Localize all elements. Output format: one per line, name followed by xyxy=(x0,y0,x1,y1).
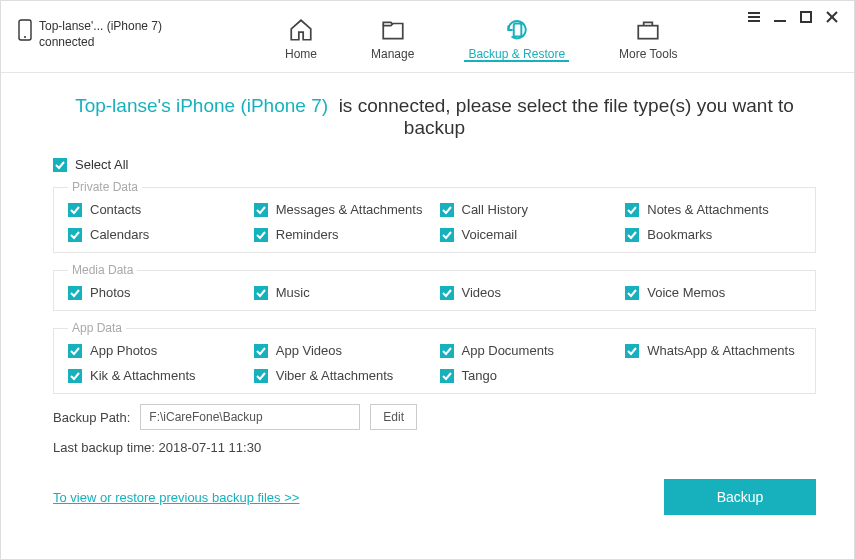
tab-home[interactable]: Home xyxy=(285,9,317,61)
media-data-legend: Media Data xyxy=(68,263,137,277)
device-status: connected xyxy=(39,35,162,51)
filetype-checkbox[interactable] xyxy=(254,228,268,242)
app-data-group: App Data App PhotosApp VideosApp Documen… xyxy=(53,321,816,394)
filetype-item: Tango xyxy=(440,368,616,383)
filetype-item: Messages & Attachments xyxy=(254,202,430,217)
filetype-label[interactable]: Voice Memos xyxy=(647,285,725,300)
select-all-row: Select All xyxy=(53,157,816,172)
tab-backup-label: Backup & Restore xyxy=(468,47,565,61)
filetype-label[interactable]: Photos xyxy=(90,285,130,300)
footer: To view or restore previous backup files… xyxy=(53,479,816,515)
filetype-item: App Documents xyxy=(440,343,616,358)
filetype-item: Notes & Attachments xyxy=(625,202,801,217)
private-data-legend: Private Data xyxy=(68,180,142,194)
filetype-label[interactable]: Contacts xyxy=(90,202,141,217)
private-data-group: Private Data ContactsMessages & Attachme… xyxy=(53,180,816,253)
filetype-checkbox[interactable] xyxy=(625,286,639,300)
backup-button[interactable]: Backup xyxy=(664,479,816,515)
tab-backup-restore[interactable]: Backup & Restore xyxy=(468,9,565,61)
headline: Top-lanse's iPhone (iPhone 7) is connect… xyxy=(53,95,816,139)
filetype-label[interactable]: Notes & Attachments xyxy=(647,202,768,217)
filetype-checkbox[interactable] xyxy=(68,228,82,242)
backup-path-label: Backup Path: xyxy=(53,410,130,425)
filetype-checkbox[interactable] xyxy=(254,286,268,300)
headline-text-1: is connected, please select the file typ… xyxy=(339,95,794,116)
media-data-group: Media Data PhotosMusicVideosVoice Memos xyxy=(53,263,816,311)
app-window: Top-lanse'... (iPhone 7) connected Home … xyxy=(0,0,855,560)
filetype-label[interactable]: Call History xyxy=(462,202,528,217)
filetype-checkbox[interactable] xyxy=(625,203,639,217)
svg-rect-3 xyxy=(639,26,659,39)
filetype-item: App Videos xyxy=(254,343,430,358)
filetype-label[interactable]: Voicemail xyxy=(462,227,518,242)
filetype-item: Contacts xyxy=(68,202,244,217)
headline-text-2: backup xyxy=(404,117,465,138)
filetype-label[interactable]: App Photos xyxy=(90,343,157,358)
edit-button[interactable]: Edit xyxy=(370,404,417,430)
filetype-label[interactable]: Videos xyxy=(462,285,502,300)
tab-more-tools-label: More Tools xyxy=(619,47,677,61)
filetype-item: Voice Memos xyxy=(625,285,801,300)
filetype-label[interactable]: Messages & Attachments xyxy=(276,202,423,217)
filetype-label[interactable]: App Videos xyxy=(276,343,342,358)
filetype-label[interactable]: Music xyxy=(276,285,310,300)
app-data-grid: App PhotosApp VideosApp DocumentsWhatsAp… xyxy=(68,343,801,383)
filetype-label[interactable]: Viber & Attachments xyxy=(276,368,394,383)
filetype-item: Voicemail xyxy=(440,227,616,242)
svg-point-1 xyxy=(24,36,26,38)
headline-device: Top-lanse's iPhone (iPhone 7) xyxy=(75,95,328,116)
filetype-label[interactable]: Tango xyxy=(462,368,497,383)
tab-more-tools[interactable]: More Tools xyxy=(619,9,677,61)
minimize-icon[interactable] xyxy=(772,9,788,25)
tabs: Home Manage Backup & Restore More Tools xyxy=(197,9,838,61)
device-info: Top-lanse'... (iPhone 7) connected xyxy=(17,9,197,50)
device-name: Top-lanse'... (iPhone 7) xyxy=(39,19,162,35)
maximize-icon[interactable] xyxy=(798,9,814,25)
filetype-label[interactable]: Calendars xyxy=(90,227,149,242)
menu-icon[interactable] xyxy=(746,9,762,25)
select-all-label[interactable]: Select All xyxy=(75,157,128,172)
filetype-checkbox[interactable] xyxy=(625,228,639,242)
tab-manage-label: Manage xyxy=(371,47,414,61)
filetype-item: Music xyxy=(254,285,430,300)
header: Top-lanse'... (iPhone 7) connected Home … xyxy=(1,1,854,73)
filetype-checkbox[interactable] xyxy=(68,369,82,383)
app-data-legend: App Data xyxy=(68,321,126,335)
filetype-checkbox[interactable] xyxy=(625,344,639,358)
filetype-checkbox[interactable] xyxy=(68,344,82,358)
main-content: Top-lanse's iPhone (iPhone 7) is connect… xyxy=(1,73,854,527)
backup-path-row: Backup Path: Edit xyxy=(53,404,816,430)
filetype-checkbox[interactable] xyxy=(68,286,82,300)
restore-link[interactable]: To view or restore previous backup files… xyxy=(53,490,299,505)
filetype-checkbox[interactable] xyxy=(254,344,268,358)
filetype-item: Reminders xyxy=(254,227,430,242)
filetype-item: WhatsApp & Attachments xyxy=(625,343,801,358)
svg-rect-8 xyxy=(801,12,811,22)
filetype-checkbox[interactable] xyxy=(440,344,454,358)
last-backup-text: Last backup time: 2018-07-11 11:30 xyxy=(53,440,816,455)
filetype-label[interactable]: Kik & Attachments xyxy=(90,368,196,383)
filetype-checkbox[interactable] xyxy=(440,203,454,217)
filetype-item: Calendars xyxy=(68,227,244,242)
close-icon[interactable] xyxy=(824,9,840,25)
filetype-item: Bookmarks xyxy=(625,227,801,242)
media-data-grid: PhotosMusicVideosVoice Memos xyxy=(68,285,801,300)
filetype-checkbox[interactable] xyxy=(440,228,454,242)
window-controls xyxy=(746,9,840,25)
backup-path-input[interactable] xyxy=(140,404,360,430)
filetype-label[interactable]: Bookmarks xyxy=(647,227,712,242)
private-data-grid: ContactsMessages & AttachmentsCall Histo… xyxy=(68,202,801,242)
filetype-item: Call History xyxy=(440,202,616,217)
filetype-checkbox[interactable] xyxy=(68,203,82,217)
filetype-checkbox[interactable] xyxy=(440,286,454,300)
filetype-checkbox[interactable] xyxy=(254,369,268,383)
select-all-checkbox[interactable] xyxy=(53,158,67,172)
filetype-label[interactable]: Reminders xyxy=(276,227,339,242)
filetype-item: Videos xyxy=(440,285,616,300)
filetype-item: Photos xyxy=(68,285,244,300)
filetype-label[interactable]: WhatsApp & Attachments xyxy=(647,343,794,358)
filetype-checkbox[interactable] xyxy=(254,203,268,217)
tab-manage[interactable]: Manage xyxy=(371,9,414,61)
filetype-label[interactable]: App Documents xyxy=(462,343,555,358)
filetype-checkbox[interactable] xyxy=(440,369,454,383)
